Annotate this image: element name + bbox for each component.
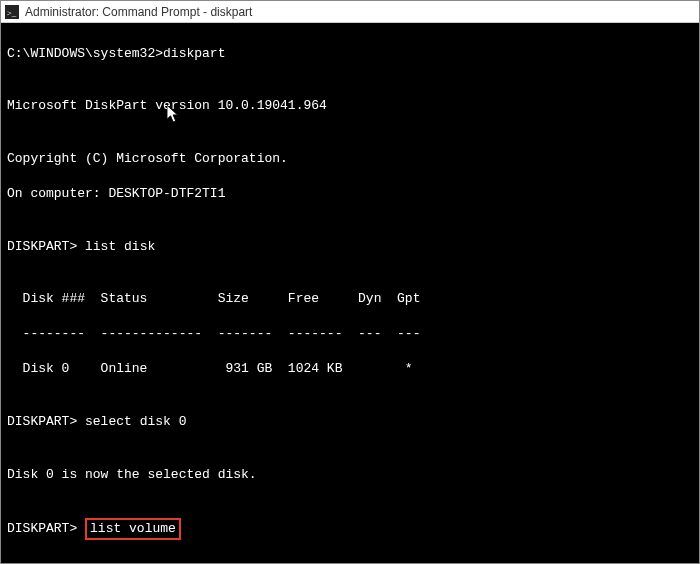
window-title: Administrator: Command Prompt - diskpart [25, 5, 252, 19]
path-prompt: C:\WINDOWS\system32> [7, 46, 163, 61]
diskpart-prompt: DISKPART> [7, 414, 77, 429]
cmd-window: >_ Administrator: Command Prompt - diskp… [0, 0, 700, 564]
cmd-list-volume: list volume [90, 521, 176, 536]
cmd-icon: >_ [5, 5, 19, 19]
cmd-list-disk: list disk [77, 239, 155, 254]
title-bar[interactable]: >_ Administrator: Command Prompt - diskp… [1, 1, 699, 23]
cmd-list-volume-highlight: list volume [85, 518, 181, 540]
computer-line: On computer: DESKTOP-DTF2TI1 [7, 185, 693, 203]
disk-header: Disk ### Status Size Free Dyn Gpt [7, 290, 693, 308]
disk-divider: -------- ------------- ------- ------- -… [7, 325, 693, 343]
cmd-select-disk: select disk 0 [77, 414, 186, 429]
copyright-line: Copyright (C) Microsoft Corporation. [7, 150, 693, 168]
cmd-diskpart: diskpart [163, 46, 225, 61]
diskpart-prompt: DISKPART> [7, 239, 77, 254]
version-line: Microsoft DiskPart version 10.0.19041.96… [7, 97, 693, 115]
diskpart-prompt: DISKPART> [7, 521, 77, 536]
console-output[interactable]: C:\WINDOWS\system32>diskpart Microsoft D… [1, 23, 699, 563]
svg-text:>_: >_ [7, 7, 17, 17]
selected-msg: Disk 0 is now the selected disk. [7, 466, 693, 484]
disk-row: Disk 0 Online 931 GB 1024 KB * [7, 360, 693, 378]
